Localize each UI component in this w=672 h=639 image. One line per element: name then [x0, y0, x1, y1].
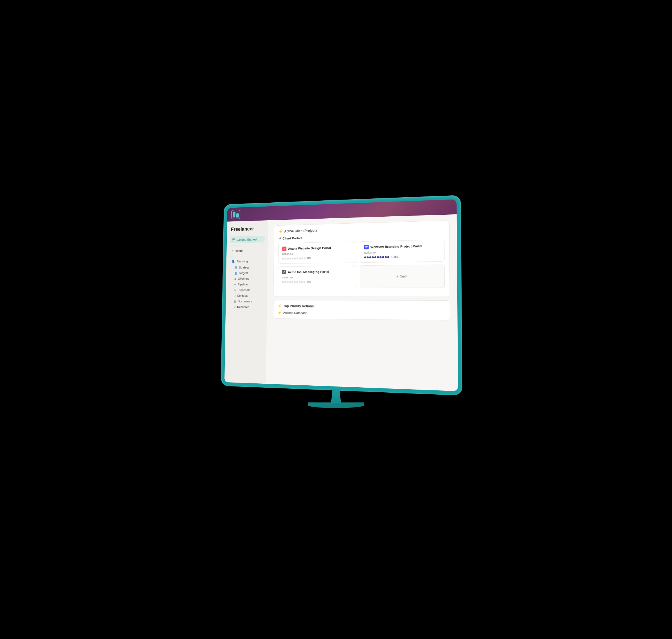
- card-acme[interactable]: ↗ Acme Inc. Messaging Portal notion.so: [278, 265, 357, 288]
- new-card-button[interactable]: + New: [360, 265, 445, 288]
- monitor-base: [308, 403, 364, 408]
- actions-db-item[interactable]: ⚡ Actions Database: [278, 311, 445, 316]
- dot: [292, 281, 293, 283]
- dot: [301, 257, 303, 259]
- monitor-neck: [328, 389, 344, 403]
- targets-icon: 👤: [234, 271, 237, 275]
- proposals-icon: ✏: [234, 289, 236, 292]
- dot: [282, 258, 284, 260]
- offerings-icon: ◆: [234, 277, 236, 280]
- dot: [294, 281, 296, 283]
- webflow-dots: [364, 256, 389, 259]
- card-acme-title: ↗ Acme Inc. Messaging Portal: [282, 269, 353, 275]
- dot: [287, 258, 289, 260]
- acme-dots: [282, 281, 306, 283]
- active-projects-header: ⚡ Active Client Projects: [279, 225, 444, 233]
- dot: [296, 281, 298, 283]
- app-title: Freelancer: [230, 226, 265, 232]
- card-webflow-url: notion.so: [364, 250, 440, 254]
- documents-icon: ▦: [234, 300, 236, 303]
- active-projects-section: ⚡ Active Client Projects ↗ Client Portal…: [273, 220, 450, 297]
- research-icon: ⚲: [234, 306, 236, 309]
- monitor-wrapper: Freelancer 🏁 Getting Started ⌂ Home 👤 Pl…: [210, 199, 462, 440]
- card-webflow[interactable]: W Webflow Branding Project Portal notion…: [360, 240, 444, 263]
- new-button-label: New: [400, 275, 407, 279]
- dot: [299, 258, 301, 260]
- db-icon: ⚡: [278, 311, 281, 315]
- home-icon: ⌂: [232, 249, 233, 252]
- monitor-screen: Freelancer 🏁 Getting Started ⌂ Home 👤 Pl…: [224, 199, 458, 391]
- dot: [284, 281, 286, 283]
- asana-progress-text: 0%: [307, 257, 311, 260]
- pipeline-icon: ✏: [234, 283, 236, 286]
- card-asana-progress: 0%: [282, 256, 353, 260]
- dot-filled: [379, 256, 381, 258]
- card-webflow-title: W Webflow Branding Project Portal: [364, 243, 440, 249]
- dot-filled: [364, 256, 366, 259]
- webflow-progress-text: 100%: [391, 255, 398, 259]
- sidebar-item-pipeline[interactable]: ✏ Pipeline: [229, 282, 264, 287]
- dot: [287, 281, 288, 283]
- sidebar-divider-2: [230, 255, 264, 256]
- sidebar-item-offerings[interactable]: ◆ Offerings: [229, 276, 264, 281]
- screen-content: Freelancer 🏁 Getting Started ⌂ Home 👤 Pl…: [224, 214, 458, 391]
- plus-icon: +: [396, 275, 398, 278]
- dot-filled: [372, 256, 374, 258]
- dot: [289, 281, 291, 283]
- arrow-icon: ↗: [278, 236, 281, 240]
- dot: [289, 258, 291, 260]
- sidebar-planning-section: 👤 Planning: [230, 258, 265, 265]
- dot: [294, 258, 296, 260]
- card-asana-title: A Asana Website Design Portal: [282, 245, 353, 251]
- priority-actions-header: ⚡ Top Priority Actions: [278, 304, 445, 309]
- contacts-icon: □: [234, 294, 236, 297]
- card-webflow-progress: 100%: [364, 255, 440, 259]
- dot: [296, 258, 298, 260]
- dot-filled: [382, 256, 384, 258]
- card-asana[interactable]: A Asana Website Design Portal notion.so: [278, 241, 357, 264]
- asana-brand-icon: A: [282, 247, 286, 251]
- sidebar-item-strategy[interactable]: 👤 Strategy: [229, 265, 264, 270]
- sidebar-divider-1: [230, 245, 265, 246]
- priority-icon: ⚡: [278, 304, 282, 308]
- dot: [292, 258, 294, 260]
- asana-dots: [282, 257, 306, 260]
- sidebar-item-contacts[interactable]: □ Contacts: [229, 293, 264, 298]
- dot: [301, 281, 303, 283]
- logo-bar-tall: [233, 212, 235, 217]
- planning-icon: 👤: [232, 260, 235, 263]
- main-content: ⚡ Active Client Projects ↗ Client Portal…: [266, 214, 458, 391]
- dot-filled: [377, 256, 379, 258]
- dot: [303, 281, 306, 283]
- card-acme-url: notion.so: [282, 276, 353, 279]
- card-acme-progress: 0%: [282, 280, 353, 284]
- sidebar-item-research[interactable]: ⚲ Research: [229, 304, 264, 310]
- dot: [299, 281, 301, 283]
- sidebar-item-home[interactable]: ⌂ Home: [230, 247, 265, 254]
- dot-filled: [385, 256, 387, 258]
- sidebar-item-getting-started[interactable]: 🏁 Getting Started: [230, 236, 265, 243]
- getting-started-icon: 🏁: [232, 238, 235, 241]
- webflow-brand-icon: W: [364, 245, 369, 249]
- sidebar-item-proposals[interactable]: ✏ Proposals: [229, 287, 264, 293]
- sidebar-item-documents[interactable]: ▦ Documents: [229, 298, 264, 304]
- strategy-icon: 👤: [234, 266, 237, 269]
- dot-filled: [374, 256, 376, 258]
- sidebar-item-targets[interactable]: 👤 Targets: [229, 270, 264, 276]
- monitor-body: Freelancer 🏁 Getting Started ⌂ Home 👤 Pl…: [221, 195, 463, 395]
- acme-brand-icon: ↗: [282, 270, 286, 275]
- acme-progress-text: 0%: [307, 281, 311, 284]
- dot-filled: [369, 256, 371, 259]
- logo-bar-short: [236, 213, 238, 217]
- active-projects-icon: ⚡: [279, 229, 283, 233]
- card-asana-url: notion.so: [282, 251, 353, 255]
- dot: [282, 281, 284, 283]
- sidebar: Freelancer 🏁 Getting Started ⌂ Home 👤 Pl…: [224, 220, 268, 384]
- cards-grid: A Asana Website Design Portal notion.so: [278, 240, 445, 289]
- logo-icon: [231, 209, 240, 219]
- dot: [304, 257, 306, 259]
- dot-filled: [387, 256, 389, 258]
- client-portals-header: ↗ Client Portals: [278, 233, 444, 240]
- priority-actions-section: ⚡ Top Priority Actions ⚡ Actions Databas…: [273, 300, 450, 320]
- dot: [284, 258, 286, 260]
